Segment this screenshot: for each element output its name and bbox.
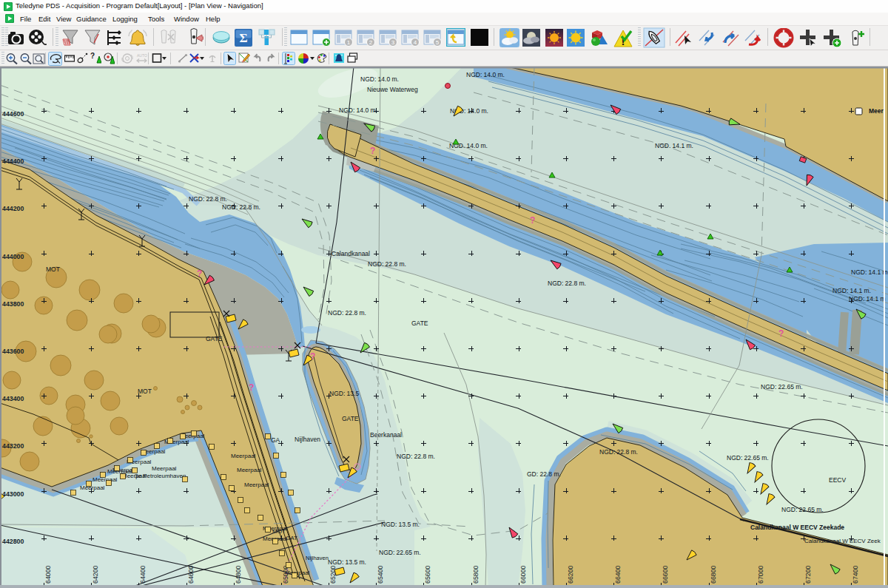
svg-text:Meerpaal: Meerpaal: [244, 481, 269, 488]
svg-text:NGD: 22.65 m.: NGD: 22.65 m.: [781, 506, 824, 513]
svg-text:NGD: 22.8 m.: NGD: 22.8 m.: [368, 260, 406, 268]
svg-text:65400: 65400: [377, 565, 384, 584]
svg-text:64200: 64200: [92, 565, 99, 584]
svg-text:NGD: 22.8 m.: NGD: 22.8 m.: [189, 195, 227, 203]
svg-text:443200: 443200: [2, 442, 24, 450]
svg-text:AUTO: AUTO: [137, 53, 147, 58]
svg-text:Nijlhaven: Nijlhaven: [295, 436, 320, 443]
svg-text:NGD: 13.5 m.: NGD: 13.5 m.: [328, 558, 366, 566]
svg-text:NGD: 22.65 m.: NGD: 22.65 m.: [379, 549, 421, 556]
svg-text:443600: 443600: [2, 348, 24, 355]
svg-text:NGD: 22.8 m.: NGD: 22.8 m.: [328, 309, 366, 317]
svg-text:?: ?: [370, 146, 375, 156]
svg-text:?: ?: [249, 382, 254, 393]
svg-text:EECV: EECV: [829, 476, 846, 484]
svg-text:NGD: 13.5 m.: NGD: 13.5 m.: [381, 521, 420, 528]
svg-text:GATE: GATE: [411, 320, 428, 327]
svg-text:NGD: 22.8 m.: NGD: 22.8 m.: [397, 453, 435, 460]
svg-text:NGD: 22.65 m.: NGD: 22.65 m.: [727, 454, 769, 462]
svg-text:NGD: 14.0 m.: NGD: 14.0 m.: [466, 71, 505, 78]
svg-text:64600: 64600: [187, 565, 195, 584]
svg-text:GATE: GATE: [206, 335, 223, 342]
svg-text:NGD: 22.8 m.: NGD: 22.8 m.: [222, 203, 260, 211]
svg-text:Nieuwe Waterweg: Nieuwe Waterweg: [367, 86, 418, 93]
svg-text:443800: 443800: [2, 300, 24, 308]
svg-text:444400: 444400: [2, 158, 24, 165]
svg-text:?: ?: [197, 268, 202, 279]
svg-text:442800: 442800: [2, 538, 24, 545]
svg-text:66200: 66200: [567, 565, 574, 584]
svg-text:?: ?: [530, 215, 535, 226]
svg-text:4: 4: [414, 39, 417, 46]
svg-text:443000: 443000: [2, 490, 24, 498]
svg-text:GAT: GAT: [286, 535, 297, 541]
svg-text:Beerkanaal: Beerkanaal: [370, 431, 402, 439]
svg-text:67200: 67200: [804, 565, 812, 584]
svg-text:444200: 444200: [2, 205, 24, 212]
svg-text:?: ?: [90, 52, 95, 60]
svg-text:NGD: 22.8 m.: NGD: 22.8 m.: [548, 280, 586, 287]
svg-text:67000: 67000: [757, 565, 764, 584]
svg-text:MOT: MOT: [138, 388, 152, 395]
svg-text:1: 1: [347, 39, 351, 46]
svg-text:Calandkanaal W EECV Zeek: Calandkanaal W EECV Zeek: [804, 538, 881, 544]
svg-text:NGD: 22.8 m.: NGD: 22.8 m.: [599, 448, 638, 456]
svg-text:444000: 444000: [2, 253, 24, 260]
svg-text:GA: GA: [271, 436, 280, 444]
svg-text:Meerpaal: Meerpaal: [80, 484, 105, 491]
svg-text:GD: 22.8 m.: GD: 22.8 m.: [527, 470, 561, 478]
svg-text:66800: 66800: [710, 565, 717, 584]
svg-text:NGD: 14.0 m.: NGD: 14.0 m.: [360, 75, 399, 83]
svg-text:MOT: MOT: [272, 528, 286, 535]
svg-text:66600: 66600: [662, 565, 669, 584]
svg-text:Meerpaal: Meerpaal: [152, 465, 177, 472]
svg-text:NGD: 14.1 m: NGD: 14.1 m: [849, 295, 886, 303]
svg-text:65800: 65800: [472, 565, 480, 584]
svg-text:Σ: Σ: [239, 31, 247, 45]
svg-text:64400: 64400: [139, 565, 147, 584]
svg-text:Meerpaal: Meerpaal: [237, 467, 262, 473]
svg-text:65000: 65000: [282, 565, 289, 584]
svg-text:Nijlhaven: Nijlhaven: [306, 555, 329, 561]
svg-text:64000: 64000: [44, 565, 52, 584]
svg-text:Calandkanaal: Calandkanaal: [332, 250, 370, 257]
svg-text:3e Petroleumhaven: 3e Petroleumhaven: [135, 473, 186, 479]
svg-text:NGD: 13.5: NGD: 13.5: [329, 390, 359, 397]
svg-text:Calandkanaal W EECV Zeekade: Calandkanaal W EECV Zeekade: [750, 524, 844, 531]
svg-text:444600: 444600: [2, 110, 24, 118]
svg-text:NGD: 22.65 m.: NGD: 22.65 m.: [761, 383, 803, 391]
svg-text:66400: 66400: [614, 565, 622, 584]
svg-text:?: ?: [778, 328, 784, 339]
svg-text:2: 2: [369, 39, 373, 46]
svg-text:MOT: MOT: [46, 266, 60, 273]
svg-text:5: 5: [436, 39, 440, 46]
svg-text:3: 3: [391, 39, 395, 46]
svg-text:64800: 64800: [235, 565, 242, 584]
svg-text:NGD: 14.1 m: NGD: 14.1 m: [851, 268, 888, 276]
svg-text:443400: 443400: [2, 395, 24, 402]
svg-text:NGD: 14.0 m.: NGD: 14.0 m.: [339, 107, 377, 114]
svg-text:67400: 67400: [852, 565, 859, 584]
svg-text:NGD: 14.1 m.: NGD: 14.1 m.: [832, 287, 871, 294]
svg-text:65600: 65600: [424, 565, 431, 584]
svg-text:66000: 66000: [519, 565, 527, 584]
svg-text:GATE: GATE: [342, 415, 359, 422]
svg-text:Meer: Meer: [869, 107, 884, 115]
svg-text:?: ?: [310, 351, 315, 362]
svg-text:Meerpaal: Meerpaal: [231, 453, 256, 459]
svg-text:NGD. 14.1 m.: NGD. 14.1 m.: [655, 142, 693, 149]
